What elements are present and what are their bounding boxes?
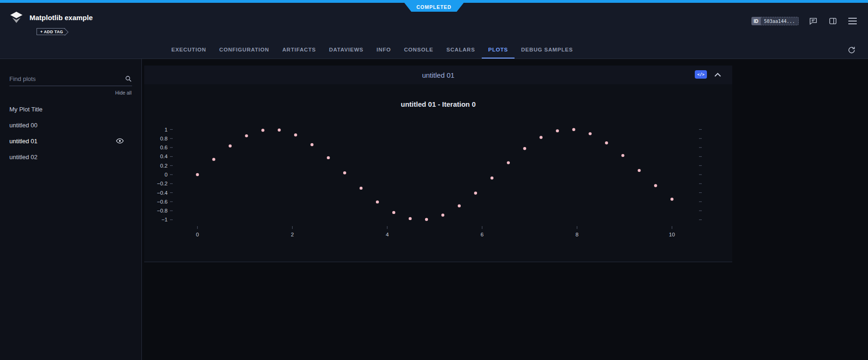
data-point [212, 158, 215, 161]
y-tick-label: 0.4 [160, 154, 168, 159]
y-tick-label: 0.2 [160, 163, 168, 169]
data-point [294, 133, 297, 136]
data-point [310, 143, 313, 146]
plot-item-label: My Plot Title [9, 106, 43, 113]
sidebar-item-untitled-02[interactable]: untitled 02 [0, 149, 141, 165]
chart-title: untitled 01 - Iteration 0 [144, 100, 732, 108]
data-point [556, 129, 559, 132]
data-point [441, 213, 444, 216]
y-tick-label: −0.4 [157, 190, 168, 196]
collapse-button[interactable] [714, 70, 722, 79]
tab-dataviews[interactable]: DATAVIEWS [323, 41, 370, 59]
data-point [523, 147, 526, 150]
tab-execution[interactable]: EXECUTION [165, 41, 213, 59]
plot-card-title: untitled 01 [144, 66, 732, 84]
tab-console[interactable]: CONSOLE [397, 41, 440, 59]
refresh-icon [847, 46, 856, 54]
tab-plots[interactable]: PLOTS [482, 41, 515, 59]
data-point [572, 128, 575, 131]
side-panel-icon [828, 16, 838, 26]
data-point [474, 191, 477, 194]
plot-list: My Plot Titleuntitled 00untitled 01untit… [0, 101, 141, 165]
tab-list: EXECUTIONCONFIGURATIONARTIFACTSDATAVIEWS… [165, 41, 580, 59]
y-tick-label: 0.8 [160, 136, 168, 141]
plot-card-header: untitled 01 </> [144, 66, 732, 84]
comments-button[interactable] [808, 16, 818, 26]
data-point [458, 205, 461, 207]
data-point [638, 169, 640, 172]
plot-canvas[interactable]: −1−0.8−0.6−0.4−0.200.20.40.60.810246810 [144, 112, 729, 248]
tab-scalars[interactable]: SCALARS [440, 41, 481, 59]
plot-search [9, 75, 132, 86]
x-tick-label: 6 [481, 232, 484, 237]
x-tick-label: 0 [196, 232, 199, 237]
id-chip-value: 503aa144... [761, 17, 799, 25]
data-point [376, 200, 379, 203]
data-point [621, 154, 624, 157]
tab-bar: EXECUTIONCONFIGURATIONARTIFACTSDATAVIEWS… [0, 41, 868, 59]
data-point [654, 184, 657, 187]
header-right: ID 503aa144... [751, 16, 858, 26]
plot-item-label: untitled 01 [9, 138, 37, 145]
data-point [539, 136, 542, 139]
tab-debug-samples[interactable]: DEBUG SAMPLES [515, 41, 580, 59]
plot-card: untitled 01 </> untitled 01 - Iteration … [144, 66, 732, 262]
plot-card-actions: </> [695, 70, 722, 79]
data-point [507, 161, 510, 164]
y-tick-label: −1 [162, 217, 168, 222]
id-chip-label: ID [751, 17, 761, 25]
data-point [409, 217, 412, 220]
data-point [196, 173, 199, 176]
status-badge: COMPLETED [405, 3, 464, 12]
x-tick-label: 4 [386, 232, 389, 237]
experiment-title: Matplotlib example [29, 14, 93, 22]
data-point [588, 132, 591, 135]
side-panel-toggle-button[interactable] [828, 16, 838, 26]
sidebar-item-my-plot-title[interactable]: My Plot Title [0, 101, 141, 117]
search-input[interactable] [9, 75, 125, 82]
chevron-up-icon [714, 73, 721, 77]
add-tag-button[interactable]: + ADD TAG [37, 28, 65, 35]
comment-icon [809, 16, 818, 26]
plot-item-label: untitled 00 [9, 122, 37, 129]
data-point [425, 218, 428, 221]
menu-button[interactable] [847, 16, 858, 26]
y-tick-label: 1 [165, 127, 168, 132]
code-icon: </> [697, 72, 704, 77]
x-tick-label: 2 [291, 232, 294, 237]
data-point [327, 156, 330, 159]
plots-sidebar: Hide all My Plot Titleuntitled 00untitle… [0, 59, 142, 360]
tab-info[interactable]: INFO [370, 41, 397, 59]
search-icon[interactable] [125, 75, 132, 82]
data-point [491, 176, 493, 179]
tab-artifacts[interactable]: ARTIFACTS [276, 41, 323, 59]
embed-code-button[interactable]: </> [695, 70, 707, 79]
hamburger-menu-icon [848, 18, 857, 24]
plot-item-label: untitled 02 [9, 154, 37, 161]
data-point [278, 129, 280, 132]
sidebar-item-untitled-00[interactable]: untitled 00 [0, 117, 141, 133]
data-point [228, 145, 231, 147]
app-logo-icon[interactable] [9, 11, 23, 23]
y-tick-label: −0.8 [157, 208, 168, 213]
data-point [261, 129, 264, 132]
tab-configuration[interactable]: CONFIGURATION [213, 41, 276, 59]
y-tick-label: −0.2 [157, 181, 168, 186]
auto-refresh-button[interactable] [846, 45, 857, 55]
main-content: untitled 01 </> untitled 01 - Iteration … [142, 59, 868, 360]
y-tick-label: 0.6 [160, 145, 168, 150]
data-point [245, 134, 248, 137]
header-left: Matplotlib example [9, 11, 93, 23]
experiment-id-chip[interactable]: ID 503aa144... [751, 17, 799, 25]
eye-icon[interactable] [116, 138, 124, 144]
data-point [392, 211, 395, 214]
x-tick-label: 8 [575, 232, 578, 237]
data-point [605, 141, 608, 144]
x-tick-label: 10 [669, 232, 675, 237]
data-point [670, 198, 673, 200]
data-point [360, 187, 362, 190]
sidebar-item-untitled-01[interactable]: untitled 01 [0, 133, 141, 149]
y-tick-label: 0 [165, 172, 168, 177]
hide-all-link[interactable]: Hide all [0, 90, 132, 96]
y-tick-label: −0.6 [157, 199, 168, 205]
